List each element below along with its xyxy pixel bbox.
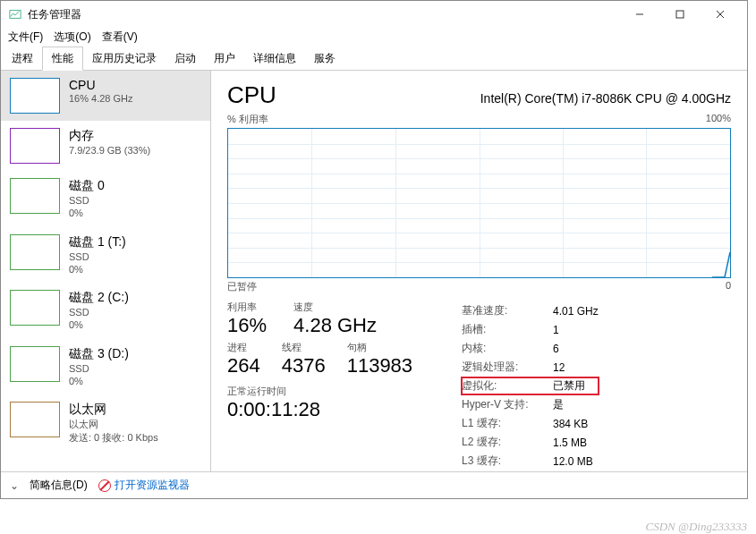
stats-area: 利用率 16% 速度 4.28 GHz 进程 264 (227, 301, 731, 471)
sidebar-label: 磁盘 1 (T:) (69, 234, 126, 250)
sidebar-sub: 0% (69, 207, 105, 219)
minimize-button[interactable] (619, 1, 659, 28)
base-speed-label: 基准速度: (462, 302, 551, 319)
hyperv-label: Hyper-V 支持: (462, 396, 551, 413)
virtualization-label: 虚拟化: (462, 377, 551, 394)
fewer-details-button[interactable]: 简略信息(D) (30, 478, 88, 493)
sidebar-sub: 7.9/23.9 GB (33%) (69, 144, 150, 157)
speed-value: 4.28 GHz (293, 314, 377, 337)
l3-value: 12.0 MB (553, 453, 599, 470)
tab-processes[interactable]: 进程 (3, 47, 42, 70)
tab-bar: 进程 性能 应用历史记录 启动 用户 详细信息 服务 (1, 46, 747, 71)
sockets-value: 1 (553, 321, 599, 338)
window-controls (619, 1, 740, 28)
uptime-label: 正常运行时间 (227, 385, 424, 398)
chart-spike-icon (712, 250, 730, 277)
l1-label: L1 缓存: (462, 415, 551, 432)
thread-value: 4376 (282, 354, 326, 377)
sidebar-label: 内存 (69, 128, 150, 144)
window-title: 任务管理器 (28, 7, 619, 22)
speed-label: 速度 (293, 301, 377, 314)
net-thumb-icon (10, 402, 60, 437)
tab-users[interactable]: 用户 (205, 47, 244, 70)
virtualization-value: 已禁用 (553, 377, 599, 394)
tab-app-history[interactable]: 应用历史记录 (83, 47, 166, 70)
tab-services[interactable]: 服务 (305, 47, 344, 70)
cpu-spec-table: 基准速度:4.01 GHz 插槽:1 内核:6 逻辑处理器:12 虚拟化:已禁用… (460, 301, 600, 471)
sidebar-item-disk1[interactable]: 磁盘 1 (T:) SSD 0% (1, 227, 210, 284)
util-value: 16% (227, 314, 267, 337)
l2-value: 1.5 MB (553, 434, 599, 451)
tab-startup[interactable]: 启动 (166, 47, 205, 70)
chart-paused-label: 已暂停 (227, 280, 257, 293)
l3-label: L3 缓存: (462, 453, 551, 470)
svg-rect-2 (676, 11, 684, 18)
sidebar-item-disk2[interactable]: 磁盘 2 (C:) SSD 0% (1, 283, 210, 339)
sidebar-sub: 0% (69, 375, 129, 387)
chart-ylabel: % 利用率 (227, 113, 268, 126)
sidebar-label: 磁盘 3 (D:) (69, 346, 129, 362)
open-resource-monitor-link[interactable]: 打开资源监视器 (98, 478, 190, 493)
sidebar-sub: 0% (69, 263, 126, 275)
chevron-down-icon[interactable]: ⌄ (10, 479, 19, 492)
sockets-label: 插槽: (462, 321, 551, 338)
menu-view[interactable]: 查看(V) (102, 30, 138, 45)
sidebar-sub: SSD (69, 250, 126, 263)
chart-xright: 0 (726, 280, 731, 293)
performance-sidebar[interactable]: CPU 16% 4.28 GHz 内存 7.9/23.9 GB (33%) 磁盘… (1, 71, 211, 471)
proc-label: 进程 (227, 341, 260, 354)
util-label: 利用率 (227, 301, 267, 314)
menu-file[interactable]: 文件(F) (8, 30, 43, 45)
l1-value: 384 KB (553, 415, 599, 432)
sidebar-item-cpu[interactable]: CPU 16% 4.28 GHz (1, 71, 210, 121)
sidebar-label: 磁盘 2 (C:) (69, 290, 129, 306)
thread-label: 线程 (282, 341, 326, 354)
sidebar-sub: 发送: 0 接收: 0 Kbps (69, 431, 158, 444)
close-button[interactable] (700, 1, 740, 28)
title-bar[interactable]: 任务管理器 (1, 1, 747, 28)
cpu-usage-chart[interactable] (227, 128, 731, 278)
sidebar-sub: SSD (69, 362, 129, 375)
task-manager-window: 任务管理器 文件(F) 选项(O) 查看(V) 进程 性能 应用历史记录 启动 … (0, 0, 748, 499)
sidebar-sub: 16% 4.28 GHz (69, 92, 133, 105)
resmon-label: 打开资源监视器 (115, 478, 190, 493)
cpu-model: Intel(R) Core(TM) i7-8086K CPU @ 4.00GHz (480, 91, 731, 106)
sidebar-item-disk0[interactable]: 磁盘 0 SSD 0% (1, 171, 210, 227)
tab-performance[interactable]: 性能 (42, 47, 83, 71)
footer-bar: ⌄ 简略信息(D) 打开资源监视器 (1, 471, 747, 498)
base-speed-value: 4.01 GHz (553, 302, 599, 319)
tab-details[interactable]: 详细信息 (244, 47, 305, 70)
proc-value: 264 (227, 354, 260, 377)
disk-thumb-icon (10, 178, 60, 214)
app-icon (8, 7, 22, 21)
sidebar-label: CPU (69, 78, 133, 92)
page-title: CPU (227, 81, 276, 109)
l2-label: L2 缓存: (462, 434, 551, 451)
sidebar-sub: 以太网 (69, 418, 158, 430)
handle-label: 句柄 (347, 341, 412, 354)
sidebar-sub: SSD (69, 306, 129, 318)
cpu-thumb-icon (10, 78, 60, 114)
menu-options[interactable]: 选项(O) (54, 30, 90, 45)
hyperv-value: 是 (553, 396, 599, 413)
main-panel: CPU Intel(R) Core(TM) i7-8086K CPU @ 4.0… (211, 71, 747, 471)
cores-value: 6 (553, 340, 599, 357)
uptime-value: 0:00:11:28 (227, 398, 424, 421)
memory-thumb-icon (10, 128, 60, 164)
resource-monitor-icon (98, 479, 111, 492)
logical-proc-value: 12 (553, 359, 599, 376)
handle-value: 113983 (347, 354, 412, 377)
content-body: CPU 16% 4.28 GHz 内存 7.9/23.9 GB (33%) 磁盘… (1, 71, 747, 471)
sidebar-item-disk3[interactable]: 磁盘 3 (D:) SSD 0% (1, 339, 210, 395)
maximize-button[interactable] (659, 1, 700, 28)
menu-bar: 文件(F) 选项(O) 查看(V) (1, 28, 747, 46)
sidebar-label: 以太网 (69, 402, 158, 418)
logical-proc-label: 逻辑处理器: (462, 359, 551, 376)
disk-thumb-icon (10, 346, 60, 382)
watermark: CSDN @Ding233333 (646, 520, 747, 534)
cores-label: 内核: (462, 340, 551, 357)
sidebar-item-memory[interactable]: 内存 7.9/23.9 GB (33%) (1, 121, 210, 171)
sidebar-sub: 0% (69, 318, 129, 331)
sidebar-sub: SSD (69, 194, 105, 207)
sidebar-item-ethernet[interactable]: 以太网 以太网 发送: 0 接收: 0 Kbps (1, 394, 210, 451)
